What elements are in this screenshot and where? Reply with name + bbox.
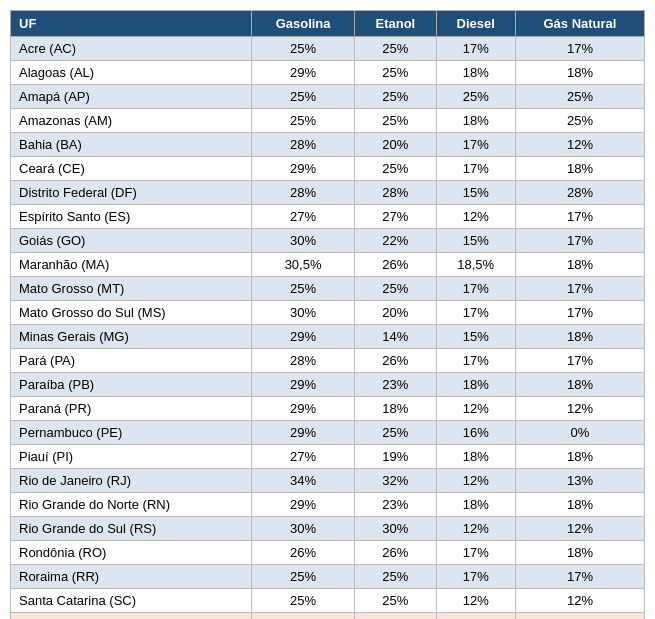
table-row: Rio de Janeiro (RJ)34%32%12%13% (11, 469, 645, 493)
cell-gasolina: 29% (252, 493, 355, 517)
table-row: Goiás (GO)30%22%15%17% (11, 229, 645, 253)
table-row: Amapá (AP)25%25%25%25% (11, 85, 645, 109)
cell-uf: Roraima (RR) (11, 565, 252, 589)
cell-etanol: 20% (355, 301, 436, 325)
table-row: Rondônia (RO)26%26%17%18% (11, 541, 645, 565)
cell-gasolina: 30% (252, 517, 355, 541)
cell-etanol: 25% (355, 277, 436, 301)
cell-diesel: 13,3% (436, 613, 515, 620)
cell-etanol: 28% (355, 181, 436, 205)
cell-uf: Alagoas (AL) (11, 61, 252, 85)
table-row: Mato Grosso do Sul (MS)30%20%17%17% (11, 301, 645, 325)
fuel-tax-table: UFGasolinaEtanolDieselGás Natural Acre (… (10, 10, 645, 619)
cell-gas: 17% (515, 349, 644, 373)
cell-gas: 18% (515, 157, 644, 181)
cell-diesel: 12% (436, 517, 515, 541)
cell-uf: Mato Grosso do Sul (MS) (11, 301, 252, 325)
cell-uf: Rio Grande do Sul (RS) (11, 517, 252, 541)
cell-etanol: 19% (355, 445, 436, 469)
table-row: Minas Gerais (MG)29%14%15%18% (11, 325, 645, 349)
cell-gas: 25% (515, 109, 644, 133)
cell-diesel: 15% (436, 181, 515, 205)
cell-diesel: 12% (436, 205, 515, 229)
cell-diesel: 18,5% (436, 253, 515, 277)
cell-diesel: 17% (436, 541, 515, 565)
cell-uf: Paraná (PR) (11, 397, 252, 421)
cell-uf: Ceará (CE) (11, 157, 252, 181)
cell-uf: Piauí (PI) (11, 445, 252, 469)
cell-gas: 12% (515, 589, 644, 613)
col-header-uf: UF (11, 11, 252, 37)
cell-etanol: 18% (355, 397, 436, 421)
cell-gasolina: 25% (252, 85, 355, 109)
cell-gas: 0% (515, 421, 644, 445)
cell-diesel: 12% (436, 397, 515, 421)
cell-etanol: 26% (355, 253, 436, 277)
cell-gas: 25% (515, 85, 644, 109)
cell-diesel: 18% (436, 109, 515, 133)
cell-uf: Goiás (GO) (11, 229, 252, 253)
cell-uf: Pernambuco (PE) (11, 421, 252, 445)
cell-uf: Mato Grosso (MT) (11, 277, 252, 301)
table-row: Amazonas (AM)25%25%18%25% (11, 109, 645, 133)
cell-gasolina: 30% (252, 229, 355, 253)
cell-diesel: 17% (436, 133, 515, 157)
cell-uf: Rondônia (RO) (11, 541, 252, 565)
cell-diesel: 17% (436, 277, 515, 301)
cell-gasolina: 29% (252, 325, 355, 349)
cell-gas: 18% (515, 493, 644, 517)
table-row: Pará (PA)28%26%17%17% (11, 349, 645, 373)
cell-gasolina: 34% (252, 469, 355, 493)
cell-gasolina: 29% (252, 397, 355, 421)
cell-gas: 17% (515, 301, 644, 325)
cell-etanol: 26% (355, 349, 436, 373)
cell-diesel: 25% (436, 85, 515, 109)
cell-gas: 15,6% (515, 613, 644, 620)
cell-etanol: 25% (355, 109, 436, 133)
cell-gasolina: 25% (252, 109, 355, 133)
cell-gasolina: 27% (252, 445, 355, 469)
table-row: Alagoas (AL)29%25%18%18% (11, 61, 645, 85)
cell-uf: Rio de Janeiro (RJ) (11, 469, 252, 493)
cell-etanol: 22% (355, 229, 436, 253)
table-row: Ceará (CE)29%25%17%18% (11, 157, 645, 181)
cell-etanol: 23% (355, 493, 436, 517)
table-row: Bahia (BA)28%20%17%12% (11, 133, 645, 157)
cell-diesel: 12% (436, 589, 515, 613)
cell-gas: 18% (515, 61, 644, 85)
table-row: Rio Grande do Norte (RN)29%23%18%18% (11, 493, 645, 517)
cell-gas: 12% (515, 517, 644, 541)
table-row: Acre (AC)25%25%17%17% (11, 37, 645, 61)
cell-uf: Paraíba (PB) (11, 373, 252, 397)
cell-gas: 18% (515, 541, 644, 565)
cell-gas: 28% (515, 181, 644, 205)
cell-uf: Minas Gerais (MG) (11, 325, 252, 349)
cell-diesel: 17% (436, 301, 515, 325)
cell-uf: Bahia (BA) (11, 133, 252, 157)
cell-etanol: 26% (355, 541, 436, 565)
cell-gasolina: 29% (252, 373, 355, 397)
cell-etanol: 25% (355, 85, 436, 109)
cell-gasolina: 28% (252, 181, 355, 205)
cell-gas: 18% (515, 445, 644, 469)
cell-etanol: 30% (355, 517, 436, 541)
cell-gasolina: 25% (252, 277, 355, 301)
cell-etanol: 32% (355, 469, 436, 493)
cell-gas: 13% (515, 469, 644, 493)
cell-diesel: 15% (436, 229, 515, 253)
cell-gasolina: 29% (252, 421, 355, 445)
col-header-gs-natural: Gás Natural (515, 11, 644, 37)
table-row: Paraná (PR)29%18%12%12% (11, 397, 645, 421)
cell-gasolina: 30,5% (252, 253, 355, 277)
cell-gasolina: 30% (252, 301, 355, 325)
cell-etanol: 25% (355, 37, 436, 61)
col-header-diesel: Diesel (436, 11, 515, 37)
table-row: Santa Catarina (SC)25%25%12%12% (11, 589, 645, 613)
cell-diesel: 17% (436, 565, 515, 589)
cell-gas: 12% (515, 397, 644, 421)
cell-diesel: 12% (436, 469, 515, 493)
cell-diesel: 17% (436, 349, 515, 373)
cell-gasolina: 25% (252, 37, 355, 61)
cell-gasolina: 27% (252, 205, 355, 229)
cell-gasolina: 29% (252, 157, 355, 181)
